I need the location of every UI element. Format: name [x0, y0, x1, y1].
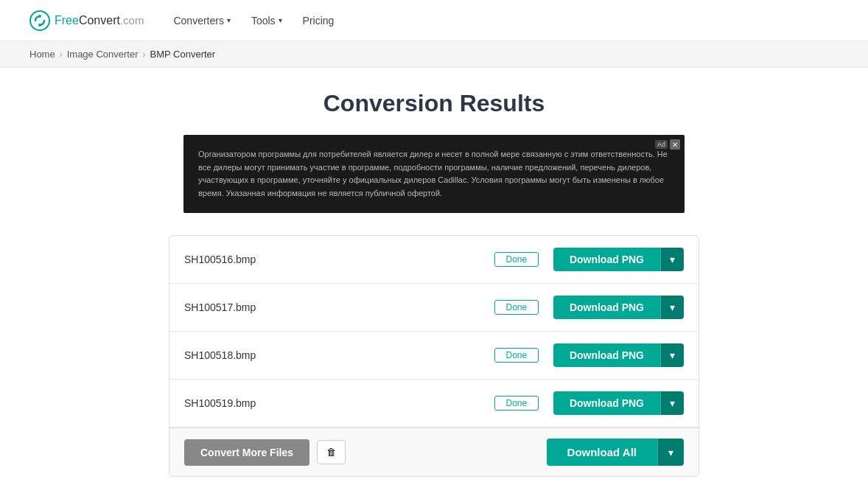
breadcrumb-sep-1: ›	[60, 49, 63, 60]
nav-tools[interactable]: Tools ▾	[251, 15, 282, 27]
tools-chevron-icon: ▾	[279, 16, 282, 24]
download-arrow-icon-4: ▾	[670, 397, 675, 409]
breadcrumb-bar: Home › Image Converter › BMP Converter	[0, 41, 868, 68]
results-container: SH100516.bmp Done Download PNG ▾ SH10051…	[169, 235, 699, 477]
logo-text: FreeConvert.com	[55, 14, 144, 27]
ad-close-button[interactable]: ✕	[670, 139, 680, 150]
file-row: SH100518.bmp Done Download PNG ▾	[169, 332, 699, 380]
download-group-4: Download PNG ▾	[553, 391, 684, 415]
ad-text: Организатором программы для потребителей…	[183, 135, 685, 213]
ad-label: Ad	[655, 140, 668, 149]
ad-controls: Ad ✕	[655, 139, 680, 150]
download-arrow-icon-3: ▾	[670, 349, 675, 361]
file-row: SH100516.bmp Done Download PNG ▾	[169, 236, 699, 284]
file-name-1: SH100516.bmp	[184, 254, 480, 265]
converters-chevron-icon: ▾	[227, 16, 231, 24]
download-group-2: Download PNG ▾	[553, 296, 684, 319]
breadcrumb-bmp-converter: BMP Converter	[150, 49, 216, 60]
download-dropdown-button-4[interactable]: ▾	[660, 391, 684, 415]
download-png-button-2[interactable]: Download PNG	[553, 296, 660, 319]
download-group-1: Download PNG ▾	[553, 248, 684, 271]
breadcrumb-sep-2: ›	[143, 49, 146, 60]
main-nav: Converters ▾ Tools ▾ Pricing	[173, 15, 334, 27]
file-row: SH100517.bmp Done Download PNG ▾	[169, 284, 699, 332]
breadcrumb: Home › Image Converter › BMP Converter	[29, 49, 839, 60]
download-all-group: Download All ▾	[547, 439, 684, 466]
download-dropdown-button-1[interactable]: ▾	[660, 248, 684, 271]
status-badge-3: Done	[494, 348, 539, 363]
download-group-3: Download PNG ▾	[553, 343, 684, 367]
file-name-2: SH100517.bmp	[184, 301, 480, 313]
file-name-4: SH100519.bmp	[184, 397, 480, 409]
main-content: Conversion Results Ad ✕ Организатором пр…	[154, 68, 714, 496]
page-title: Conversion Results	[169, 90, 699, 117]
svg-point-1	[38, 15, 41, 18]
breadcrumb-image-converter[interactable]: Image Converter	[67, 49, 139, 60]
site-header: FreeConvert.com Converters ▾ Tools ▾ Pri…	[0, 0, 868, 41]
file-row: SH100519.bmp Done Download PNG ▾	[169, 380, 699, 427]
nav-pricing[interactable]: Pricing	[303, 15, 335, 27]
logo-icon	[29, 10, 50, 31]
svg-point-0	[30, 11, 49, 30]
breadcrumb-home[interactable]: Home	[29, 49, 55, 60]
download-all-button[interactable]: Download All	[547, 439, 657, 466]
download-png-button-4[interactable]: Download PNG	[553, 391, 660, 415]
download-dropdown-button-2[interactable]: ▾	[660, 296, 684, 319]
convert-more-button[interactable]: Convert More Files	[184, 439, 309, 466]
logo-link[interactable]: FreeConvert.com	[29, 10, 144, 31]
download-dropdown-button-3[interactable]: ▾	[660, 343, 684, 367]
trash-button[interactable]: 🗑	[317, 440, 346, 464]
download-all-dropdown-button[interactable]: ▾	[657, 439, 684, 466]
ad-banner: Ad ✕ Организатором программы для потреби…	[183, 135, 685, 213]
trash-icon: 🗑	[326, 447, 336, 458]
bottom-action-bar: Convert More Files 🗑 Download All ▾	[169, 427, 699, 476]
nav-converters[interactable]: Converters ▾	[173, 15, 230, 27]
download-arrow-icon-2: ▾	[670, 301, 675, 313]
status-badge-2: Done	[494, 300, 539, 315]
download-arrow-icon-1: ▾	[670, 254, 675, 265]
status-badge-4: Done	[494, 396, 539, 411]
status-badge-1: Done	[494, 252, 539, 267]
download-png-button-3[interactable]: Download PNG	[553, 343, 660, 367]
svg-point-2	[38, 24, 41, 27]
download-png-button-1[interactable]: Download PNG	[553, 248, 660, 271]
download-all-arrow-icon: ▾	[668, 447, 673, 458]
file-name-3: SH100518.bmp	[184, 349, 480, 361]
